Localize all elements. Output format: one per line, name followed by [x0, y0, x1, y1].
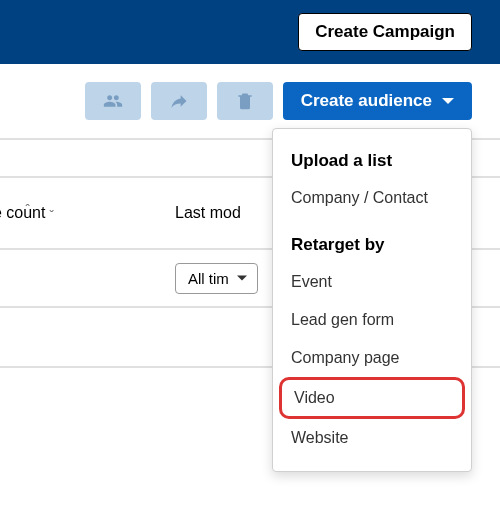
- dropdown-item-website[interactable]: Website: [273, 419, 471, 457]
- sort-icon: ˆˇ: [49, 207, 53, 220]
- dropdown-item-video[interactable]: Video: [279, 377, 465, 419]
- people-icon: [103, 91, 123, 111]
- create-audience-dropdown: Upload a list Company / Contact Retarget…: [272, 128, 472, 472]
- dropdown-item-event[interactable]: Event: [273, 263, 471, 301]
- top-header: Create Campaign: [0, 0, 500, 64]
- column-header-count[interactable]: nce count ˆˇ: [0, 204, 175, 222]
- dropdown-item-lead-gen-form[interactable]: Lead gen form: [273, 301, 471, 339]
- dropdown-section-retarget: Retarget by: [273, 227, 471, 263]
- trash-icon-button[interactable]: [217, 82, 273, 120]
- people-icon-button[interactable]: [85, 82, 141, 120]
- time-filter-select[interactable]: All tim: [175, 263, 258, 294]
- share-icon: [169, 91, 189, 111]
- dropdown-item-company-contact[interactable]: Company / Contact: [273, 179, 471, 217]
- content-area: nce count ˆˇ Last mod All tim Upload a l…: [0, 140, 500, 368]
- share-icon-button[interactable]: [151, 82, 207, 120]
- trash-icon: [235, 91, 255, 111]
- dropdown-item-company-page[interactable]: Company page: [273, 339, 471, 377]
- create-audience-label: Create audience: [301, 91, 432, 111]
- chevron-down-icon: [442, 98, 454, 104]
- create-campaign-button[interactable]: Create Campaign: [298, 13, 472, 51]
- dropdown-section-upload: Upload a list: [273, 143, 471, 179]
- create-audience-button[interactable]: Create audience: [283, 82, 472, 120]
